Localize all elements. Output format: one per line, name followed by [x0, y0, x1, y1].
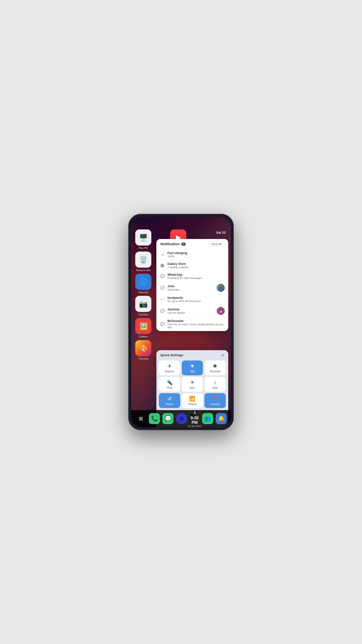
qs-tile-auto[interactable]: ☀ Auto: [182, 377, 203, 392]
notification-panel: Notification 7 Clear All ⚡ Fast charging…: [156, 239, 228, 331]
john-notif-icon: 💬: [160, 286, 165, 290]
notif-msg-foodpanda: It's up to 49% off Domino's!: [167, 300, 225, 303]
thic-pc-icon: 🖥️: [135, 229, 151, 246]
dock-team-icon[interactable]: 👥: [202, 413, 213, 424]
notif-john[interactable]: 💬 John Good day 👤: [156, 282, 228, 294]
auto-icon: ☀: [190, 379, 195, 385]
notif-app-galaxy: Galaxy Store: [167, 262, 225, 266]
notif-app-john: John: [167, 285, 214, 288]
dock-left-icons: ⊞ 📞 💬 ⊙: [135, 413, 187, 424]
dock-apps-grid-icon[interactable]: ⊞: [135, 413, 146, 424]
foodpanda-icon: ✉️: [160, 297, 165, 301]
app-item-recycle-bin[interactable]: 🗑️ Recycle Bin: [135, 252, 151, 272]
data-icon: ↕: [214, 380, 216, 385]
notif-content-foodpanda: foodpanda It's up to 49% off Domino's!: [167, 296, 225, 303]
bottom-dock: ⊞ 📞 💬 ⊙ ∧ 9:30 PM 15 Jan 2022 👥 🔔: [131, 410, 231, 427]
qs-tile-wifi[interactable]: ▼ Wifi: [182, 360, 203, 375]
quick-settings-header: Quick Settings ∨: [156, 350, 228, 360]
qs-tile-airplane[interactable]: ✈ Airplane: [159, 360, 180, 375]
internet-label: Internet: [139, 291, 148, 294]
notif-whatsapp[interactable]: 💬 WhatsApp Checking for new messages: [156, 271, 228, 282]
notif-content-mcdonalds: McDonalds Don't try so hard, You're simp…: [167, 319, 225, 329]
notif-msg-galaxy: 1 update availale: [167, 266, 225, 269]
qs-collapse-icon[interactable]: ∨: [221, 353, 224, 357]
wifi-icon: ▼: [190, 363, 195, 369]
dock-date-value: 15 Jan 2022: [187, 425, 202, 427]
themee-label: Themee: [138, 357, 148, 360]
dock-time-value: 9:30 PM: [187, 416, 202, 425]
notif-fast-charging[interactable]: ⚡ Fast charging 100%: [156, 249, 228, 260]
quick-settings-title: Quick Settings: [160, 353, 183, 357]
notif-jasmine[interactable]: 💬 Jasmine call me please 👩: [156, 305, 228, 317]
notif-app-foodpanda: foodpanda: [167, 296, 225, 300]
dock-camera-icon[interactable]: ⊙: [176, 413, 187, 424]
qs-tile-location[interactable]: 📍 Location: [204, 393, 226, 408]
notif-content-fast-charging: Fast charging 100%: [167, 251, 225, 258]
themee-icon: 🎨: [135, 340, 151, 356]
app-item-camera[interactable]: 📷 Camera: [135, 296, 151, 316]
dock-phone-icon[interactable]: 📞: [149, 413, 160, 424]
qs-tile-hotspot[interactable]: 📶 Hotspot: [182, 393, 203, 408]
notif-content-john: John Good day: [167, 285, 214, 291]
notif-content-whatsapp: WhatsApp Checking for new messages: [167, 273, 225, 279]
notif-app-jasmine: Jasmine: [167, 308, 214, 311]
auto-label: Auto: [190, 386, 195, 389]
dock-time: 9:30 PM 15 Jan 2022: [187, 416, 202, 427]
notif-mcdonalds[interactable]: 💬 McDonalds Don't try so hard, You're si…: [156, 317, 228, 331]
app-item-thic-pc[interactable]: 🖥️ Thic PC: [135, 229, 151, 250]
location-icon: 📍: [212, 396, 218, 402]
phone-screen: Sat 22 🖥️ Thic PC 🗑️ Recycle Bin 🌐 Inter…: [131, 217, 231, 427]
phone-outer: Sat 22 🖥️ Thic PC 🗑️ Recycle Bin 🌐 Inter…: [128, 214, 234, 430]
dock-messages-icon[interactable]: 💬: [162, 413, 173, 424]
bluetooth-label: Bluetooth: [210, 370, 220, 373]
bluetooth-icon: ✱: [213, 363, 217, 369]
airplane-label: Airplane: [165, 370, 174, 373]
qs-tile-rotate[interactable]: ↺ Rotate: [159, 393, 180, 408]
notif-app-mcdonalds: McDonalds: [167, 319, 225, 323]
notification-list: ⚡ Fast charging 100% 🛍️ Galaxy Store 1 u…: [156, 249, 228, 331]
notification-header: Notification 7 Clear All: [156, 239, 228, 249]
camera-label: Camera: [138, 313, 148, 316]
thic-pc-label: Thic PC: [138, 247, 148, 250]
jasmine-avatar: 👩: [217, 307, 225, 315]
galaxy-store-icon: 🛍️: [160, 263, 165, 267]
app-item-themee[interactable]: 🎨 Themee: [135, 340, 151, 360]
wifi-label: Wifi: [190, 370, 195, 373]
app-item-gallery[interactable]: 🖼️ Gallery: [135, 318, 151, 338]
qs-tile-bluetooth[interactable]: ✱ Bluetooth: [204, 360, 226, 375]
airplane-icon: ✈: [167, 363, 172, 369]
gallery-icon: 🖼️: [135, 318, 151, 334]
hotspot-label: Hotspot: [188, 403, 197, 406]
jasmine-notif-icon: 💬: [160, 309, 165, 313]
top-date: Sat 22: [216, 231, 226, 234]
notif-galaxy-store[interactable]: 🛍️ Galaxy Store 1 update availale: [156, 260, 228, 271]
mcdonalds-icon: 💬: [160, 322, 165, 326]
notif-msg-mcdonalds: Don't try so hard, You're simply perfect…: [167, 323, 225, 329]
notification-title: Notification: [160, 242, 180, 246]
qs-tile-data[interactable]: ↕ Data: [204, 377, 226, 392]
notif-foodpanda[interactable]: ✉️ foodpanda It's up to 49% off Domino's…: [156, 294, 228, 305]
gallery-label: Gallery: [139, 335, 148, 338]
location-label: Location: [210, 403, 220, 406]
rotate-icon: ↺: [167, 396, 172, 402]
fast-charging-icon: ⚡: [160, 253, 165, 257]
recycle-bin-icon: 🗑️: [135, 252, 151, 268]
chevron-up-icon[interactable]: ∧: [193, 410, 196, 415]
app-item-internet[interactable]: 🌐 Internet: [135, 274, 151, 294]
flash-icon: 🔦: [166, 379, 173, 385]
recycle-bin-label: Recycle Bin: [136, 269, 151, 272]
camera-icon: 📷: [135, 296, 151, 312]
flash-label: Flash: [166, 386, 172, 389]
data-label: Data: [212, 386, 218, 389]
dock-right-icons: 👥 🔔: [202, 413, 227, 424]
dock-bell-icon[interactable]: 🔔: [216, 413, 227, 424]
app-grid: 🖥️ Thic PC 🗑️ Recycle Bin 🌐 Internet 📷 C…: [135, 229, 151, 360]
notif-app-fast-charging: Fast charging: [167, 251, 225, 255]
rotate-label: Rotate: [166, 403, 173, 406]
notif-msg-jasmine: call me please: [167, 311, 214, 314]
clear-all-button[interactable]: Clear All: [208, 242, 224, 247]
notif-content-galaxy: Galaxy Store 1 update availale: [167, 262, 225, 269]
internet-icon: 🌐: [135, 274, 151, 290]
notif-msg-fast-charging: 100%: [167, 255, 225, 258]
qs-tile-flash[interactable]: 🔦 Flash: [159, 377, 180, 392]
